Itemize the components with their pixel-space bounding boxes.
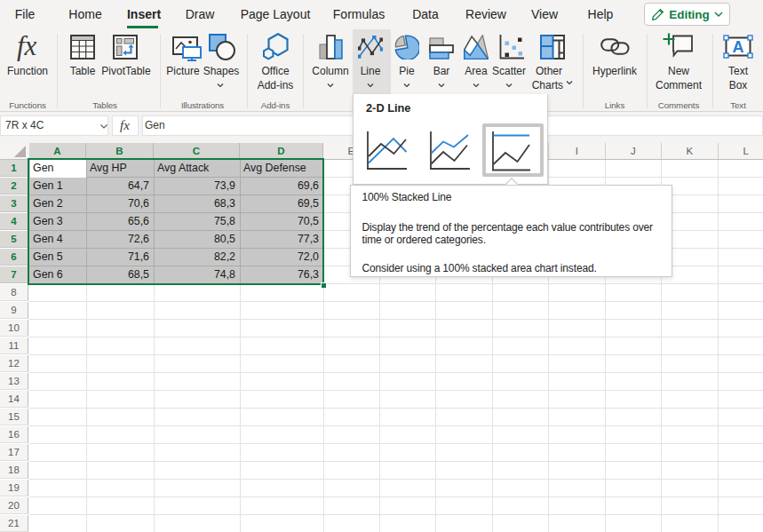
svg-text:A: A xyxy=(733,38,744,56)
